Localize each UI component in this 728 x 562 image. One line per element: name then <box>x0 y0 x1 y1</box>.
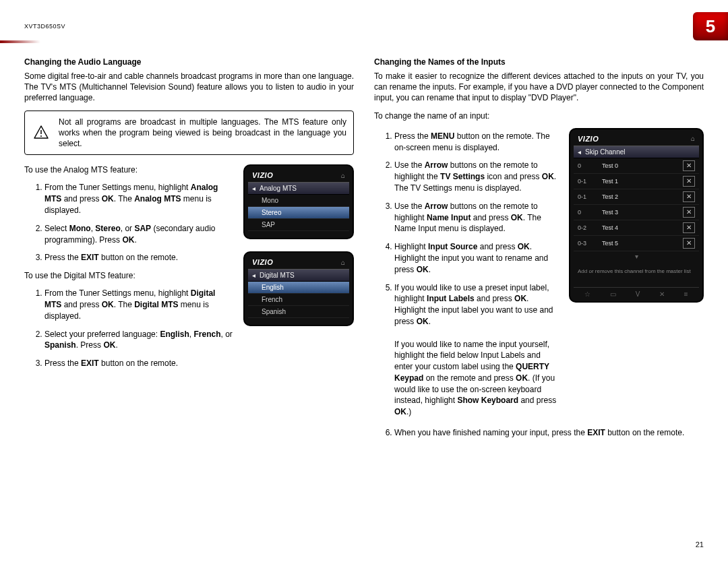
screenshot-subheader: ◂ Skip Channel <box>574 146 699 158</box>
x-icon: ✕ <box>659 290 665 298</box>
analog-steps: From the Tuner Settings menu, highlight … <box>24 182 233 263</box>
right-lead: To change the name of an input: <box>374 111 704 121</box>
warning-icon <box>32 125 51 141</box>
screenshot-bottom-bar: ☆ ▭ V ✕ ≡ <box>574 287 699 298</box>
chevron-down-icon: ▾ <box>574 251 699 261</box>
step-item: Press the EXIT button on the remote. <box>44 252 233 263</box>
left-intro: Some digital free-to-air and cable chann… <box>24 71 354 104</box>
v-icon: V <box>636 290 640 298</box>
step-item: When you have finished naming your input… <box>394 427 704 439</box>
right-intro: To make it easier to recognize the diffe… <box>374 71 704 104</box>
step-item: If you would like to use a preset input … <box>394 282 558 418</box>
screenshot-title: Digital MTS <box>260 272 295 279</box>
right-column: Changing the Names of the Inputs To make… <box>374 57 704 445</box>
channel-row: 0Test 0✕ <box>574 158 699 174</box>
model-label: XVT3D650SV <box>24 23 65 30</box>
home-icon: ⌂ <box>691 135 695 142</box>
step-item: Select your preferred language: English,… <box>44 329 233 352</box>
page-number: 21 <box>696 540 704 549</box>
screenshot-subheader: ◂ Analog MTS <box>248 182 349 195</box>
menu-item: French <box>248 294 349 306</box>
home-icon: ⌂ <box>341 172 345 179</box>
chapter-badge: 5 <box>693 12 728 40</box>
digital-lead: To use the Digital MTS feature: <box>24 270 233 281</box>
step-item: From the Tuner Settings menu, highlight … <box>44 182 233 216</box>
channel-row: 0-3Test 5✕ <box>574 236 699 251</box>
menu-item: Mono <box>248 195 349 207</box>
left-column: Changing the Audio Language Some digital… <box>24 57 354 445</box>
screenshot-title: Skip Channel <box>585 148 625 156</box>
vizio-logo: VIZIO <box>252 171 273 179</box>
back-arrow-icon: ◂ <box>252 185 255 192</box>
step-item: Use the Arrow buttons on the remote to h… <box>394 160 558 193</box>
menu-item: English <box>248 282 349 294</box>
home-icon: ⌂ <box>341 259 345 266</box>
screenshot-hint: Add or remove this channel from the mast… <box>574 261 699 287</box>
analog-lead: To use the Analog MTS feature: <box>24 164 233 175</box>
channel-row: 0-2Test 4✕ <box>574 220 699 236</box>
channel-row: 0-1Test 1✕ <box>574 174 699 189</box>
right-steps-1-5: Press the MENU button on the remote. The… <box>374 131 558 418</box>
back-arrow-icon: ◂ <box>252 272 255 279</box>
channel-row: 0-1Test 2✕ <box>574 189 699 205</box>
menu-item: Stereo <box>248 207 349 219</box>
note-text: Not all programs are broadcast in multip… <box>59 117 346 148</box>
screenshot-skip-channel: VIZIO ⌂ ◂ Skip Channel 0Test 0✕0-1Test 1… <box>569 128 704 303</box>
right-steps-6: When you have finished naming your input… <box>374 427 704 439</box>
step-item: Press the EXIT button on the remote. <box>44 358 233 369</box>
screenshot-digital-mts: VIZIO ⌂ ◂ Digital MTS EnglishFrenchSpani… <box>243 251 354 326</box>
step-item: Highlight Input Source and press OK. Hig… <box>394 241 558 275</box>
left-heading: Changing the Audio Language <box>24 57 354 67</box>
step-item: Use the Arrow buttons on the remote to h… <box>394 201 558 235</box>
step-item: Press the MENU button on the remote. The… <box>394 131 558 154</box>
step-item: From the Tuner Settings menu, highlight … <box>44 288 233 321</box>
step-item: Select Mono, Stereo, or SAP (secondary a… <box>44 223 233 246</box>
screenshot-title: Analog MTS <box>260 185 297 192</box>
star-icon: ☆ <box>584 290 590 298</box>
right-heading: Changing the Names of the Inputs <box>374 57 704 67</box>
menu-item: SAP <box>248 219 349 231</box>
digital-steps: From the Tuner Settings menu, highlight … <box>24 288 233 369</box>
svg-point-1 <box>40 135 42 137</box>
red-stripe <box>0 40 40 43</box>
card-icon: ▭ <box>610 290 616 298</box>
channel-row: 0Test 3✕ <box>574 205 699 220</box>
menu-item: Spanish <box>248 306 349 318</box>
screenshot-analog-mts: VIZIO ⌂ ◂ Analog MTS MonoStereoSAP <box>243 164 354 239</box>
screenshot-subheader: ◂ Digital MTS <box>248 269 349 282</box>
bars-icon: ≡ <box>684 290 688 298</box>
vizio-logo: VIZIO <box>252 258 273 266</box>
back-arrow-icon: ◂ <box>578 148 581 156</box>
note-box: Not all programs are broadcast in multip… <box>24 111 354 156</box>
vizio-logo: VIZIO <box>578 135 599 143</box>
